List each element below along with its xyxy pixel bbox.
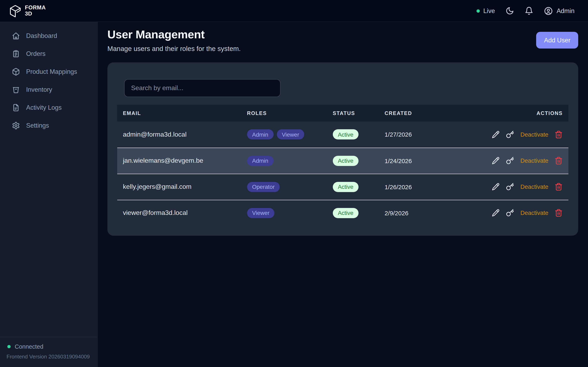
reset-password-button[interactable] — [506, 183, 514, 191]
created-date: 1/24/2026 — [379, 148, 458, 174]
pencil-icon — [492, 209, 500, 217]
column-header-created: CREATED — [379, 105, 458, 122]
brand-line2: 3D — [25, 11, 46, 17]
table-header-row: EMAILROLESSTATUSCREATEDACTIONS — [117, 105, 568, 122]
edit-user-button[interactable] — [492, 183, 500, 191]
theme-toggle-button[interactable] — [506, 7, 514, 15]
users-card: EMAILROLESSTATUSCREATEDACTIONS admin@for… — [107, 62, 578, 236]
sidebar-item-label: Product Mappings — [26, 68, 77, 75]
created-date: 1/27/2026 — [379, 122, 458, 148]
table-row: jan.wielemans@devgem.beAdminActive1/24/2… — [117, 148, 568, 174]
status-badge: Active — [333, 208, 359, 218]
live-status: Live — [476, 7, 495, 15]
key-icon — [506, 157, 514, 165]
sidebar-item-label: Settings — [26, 122, 49, 129]
page-subtitle: Manage users and their roles for the sys… — [107, 45, 241, 53]
created-date: 2/9/2026 — [379, 200, 458, 226]
key-icon — [506, 183, 514, 191]
row-actions: Deactivate — [464, 131, 563, 139]
role-badge: Admin — [247, 156, 273, 166]
column-header-email: EMAIL — [117, 105, 241, 122]
column-header-roles: ROLES — [241, 105, 327, 122]
home-icon — [12, 32, 20, 40]
add-user-button[interactable]: Add User — [536, 32, 578, 49]
deactivate-button[interactable]: Deactivate — [520, 131, 548, 138]
pencil-icon — [492, 183, 500, 191]
sidebar-nav: DashboardOrdersProduct MappingsInventory… — [0, 22, 97, 134]
trash-icon — [554, 183, 563, 191]
status-badge: Active — [333, 182, 359, 192]
user-roles: AdminViewer — [241, 122, 327, 148]
sidebar-item-label: Dashboard — [26, 32, 57, 40]
role-badge: Admin — [247, 129, 273, 140]
role-badge: Viewer — [247, 208, 275, 218]
forma3d-cube-icon — [9, 4, 22, 17]
users-table: EMAILROLESSTATUSCREATEDACTIONS admin@for… — [117, 105, 568, 226]
edit-user-button[interactable] — [492, 131, 500, 139]
status-badge: Active — [333, 156, 359, 166]
notifications-button[interactable] — [525, 7, 533, 15]
delete-user-button[interactable] — [554, 183, 563, 191]
sidebar-item-inventory[interactable]: Inventory — [0, 81, 97, 99]
status-badge: Active — [333, 129, 359, 140]
brand-line1: FORMA — [25, 5, 46, 11]
page-title: User Management — [107, 28, 241, 41]
moon-icon — [506, 7, 514, 15]
key-icon — [506, 131, 514, 139]
created-date: 1/26/2026 — [379, 174, 458, 200]
delete-user-button[interactable] — [554, 131, 563, 139]
role-badge: Viewer — [277, 129, 304, 140]
account-menu[interactable]: Admin — [544, 6, 575, 15]
connected-dot-icon — [7, 345, 11, 348]
edit-user-button[interactable] — [492, 157, 500, 165]
table-row: admin@forma3d.localAdminViewerActive1/27… — [117, 122, 568, 148]
topbar: FORMA 3D Live — [0, 0, 588, 22]
edit-user-button[interactable] — [492, 209, 500, 217]
user-roles: Operator — [241, 174, 327, 200]
main-content: User Management Manage users and their r… — [98, 22, 588, 367]
user-email: viewer@forma3d.local — [117, 200, 241, 226]
role-badge: Operator — [247, 182, 280, 192]
box-icon — [12, 68, 20, 76]
sidebar-item-product-mappings[interactable]: Product Mappings — [0, 63, 97, 81]
sidebar-item-dashboard[interactable]: Dashboard — [0, 27, 97, 45]
connection-status: Connected — [7, 343, 91, 350]
user-circle-icon — [544, 6, 553, 15]
deactivate-button[interactable]: Deactivate — [520, 210, 548, 216]
column-header-status: STATUS — [327, 105, 379, 122]
row-actions: Deactivate — [464, 183, 563, 191]
delete-user-button[interactable] — [554, 209, 563, 217]
deactivate-button[interactable]: Deactivate — [520, 157, 548, 164]
sidebar-item-settings[interactable]: Settings — [0, 117, 97, 134]
pencil-icon — [492, 157, 500, 165]
row-actions: Deactivate — [464, 157, 563, 165]
sidebar-item-label: Activity Logs — [26, 104, 62, 111]
connection-status-label: Connected — [15, 343, 43, 350]
sidebar-item-label: Orders — [26, 50, 45, 58]
file-icon — [12, 104, 20, 112]
user-email: jan.wielemans@devgem.be — [117, 148, 241, 174]
bin-icon — [12, 86, 20, 94]
live-dot-icon — [476, 9, 480, 12]
user-email: kelly.jegers@gmail.com — [117, 174, 241, 200]
sidebar-item-orders[interactable]: Orders — [0, 45, 97, 63]
deactivate-button[interactable]: Deactivate — [520, 184, 548, 190]
brand-logo[interactable]: FORMA 3D — [0, 4, 46, 17]
reset-password-button[interactable] — [506, 131, 514, 139]
delete-user-button[interactable] — [554, 157, 563, 165]
topbar-controls: Live Admin — [476, 6, 588, 15]
sidebar-footer: Connected Frontend Version 2026031909400… — [0, 337, 97, 367]
live-label: Live — [483, 7, 495, 15]
trash-icon — [554, 157, 563, 165]
sidebar-item-activity-logs[interactable]: Activity Logs — [0, 99, 97, 117]
row-actions: Deactivate — [464, 209, 563, 217]
search-input[interactable] — [124, 79, 281, 97]
user-roles: Viewer — [241, 200, 327, 226]
clipboard-icon — [12, 50, 20, 58]
reset-password-button[interactable] — [506, 209, 514, 217]
account-label: Admin — [557, 7, 575, 15]
table-row: viewer@forma3d.localViewerActive2/9/2026… — [117, 200, 568, 226]
user-email: admin@forma3d.local — [117, 122, 241, 148]
reset-password-button[interactable] — [506, 157, 514, 165]
key-icon — [506, 209, 514, 217]
